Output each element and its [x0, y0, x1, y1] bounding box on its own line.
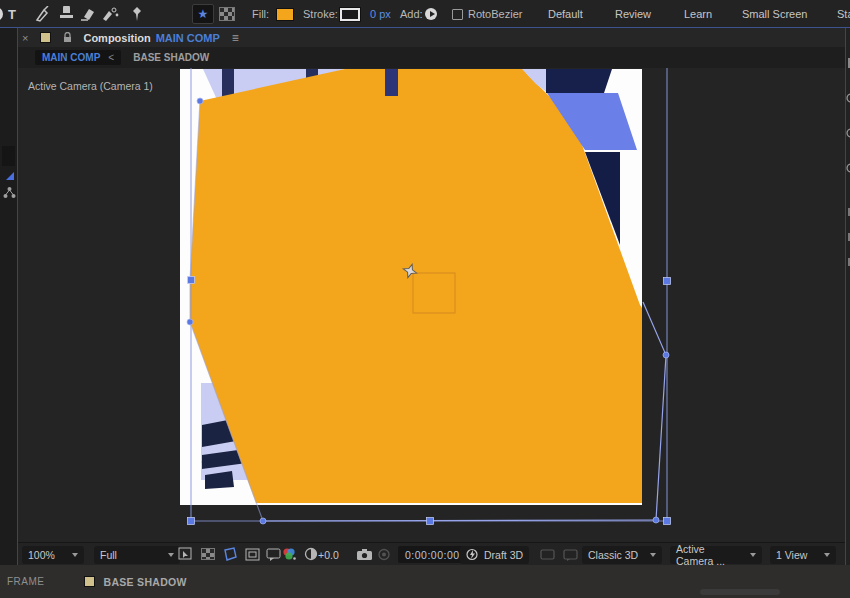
mask-outline-icon: [222, 547, 238, 561]
add-play-icon: [425, 8, 437, 20]
tool-creates-mask-toggle[interactable]: [219, 0, 235, 28]
chevron-down-icon: [168, 553, 174, 557]
region-of-interest-button[interactable]: [243, 545, 261, 563]
layer-name[interactable]: BASE SHADOW: [104, 576, 187, 588]
eraser-icon: [80, 7, 96, 21]
viewport-scene: [18, 68, 845, 542]
handle-bottom-right[interactable]: [664, 518, 671, 525]
type-tool-button[interactable]: T: [8, 0, 16, 28]
chevron-down-icon: [750, 553, 756, 557]
add-menu-button[interactable]: [425, 0, 437, 28]
timeline-scrollbar[interactable]: [700, 589, 780, 595]
vertex-dot[interactable]: [653, 517, 659, 523]
partial-tool-icon[interactable]: [0, 0, 8, 28]
vertex-dot[interactable]: [187, 319, 193, 325]
transparency-checker-icon: [201, 548, 215, 560]
handle-bottom-left[interactable]: [188, 518, 195, 525]
rotobezier-checkbox[interactable]: [452, 0, 463, 28]
breadcrumb-chevron: <: [108, 52, 114, 63]
vertex-dot[interactable]: [663, 352, 669, 358]
fg-navy-top: [546, 69, 612, 93]
timeline-header-bar: FRAME BASE SHADOW: [0, 565, 850, 598]
panel-title: Composition: [83, 32, 150, 44]
tool-creates-shape-toggle[interactable]: ★: [192, 0, 214, 28]
preview-time-field[interactable]: 0:00:00:00: [398, 545, 467, 564]
camera-icon: [356, 548, 373, 561]
viewer-options-toolbar: 100% Full: [18, 542, 845, 565]
transparency-grid-button[interactable]: [199, 545, 217, 563]
breadcrumb-child-comp[interactable]: BASE SHADOW: [133, 52, 209, 63]
fg-window-stripe: [385, 69, 398, 96]
eraser-tool-button[interactable]: [79, 0, 97, 28]
exposure-value[interactable]: +0.0: [318, 545, 339, 564]
stroke-width-value[interactable]: 0 px: [370, 8, 391, 20]
workspace-standard-partial[interactable]: Sta: [837, 0, 850, 28]
ground-plane-button[interactable]: [538, 545, 556, 563]
stroke-label: Stroke:: [303, 8, 338, 20]
handle-left-mid[interactable]: [188, 277, 195, 284]
workspace-review[interactable]: Review: [615, 0, 651, 28]
view-count-dropdown[interactable]: 1 View: [770, 545, 836, 564]
mask-visibility-button[interactable]: [221, 545, 239, 563]
right-panel-strip: [845, 28, 850, 565]
right-strip-glyphs: [846, 28, 850, 565]
star-icon: ★: [198, 7, 209, 21]
grid-guides-icon: [178, 547, 193, 561]
workspace-small-screen[interactable]: Small Screen: [742, 0, 807, 28]
magnification-dropdown[interactable]: 100%: [22, 545, 84, 564]
show-channel-button[interactable]: [280, 545, 298, 563]
mask-checker-icon: [219, 7, 235, 21]
tools-toolbar: T ★ Fill: Stroke: 0 px Add: RotoBe: [0, 0, 850, 28]
after-effects-window: T ★ Fill: Stroke: 0 px Add: RotoBe: [0, 0, 850, 598]
puppet-pin-tool-button[interactable]: [128, 0, 146, 28]
handle-right-mid[interactable]: [664, 278, 671, 285]
panel-menu-icon[interactable]: ≡: [232, 31, 239, 45]
panel-group-swatch: [40, 32, 51, 43]
vertex-dot[interactable]: [197, 98, 203, 104]
left-strip-slot: [2, 146, 15, 166]
take-snapshot-button[interactable]: [355, 545, 373, 563]
flowchart-icon[interactable]: [3, 186, 16, 199]
exposure-icon: [304, 547, 318, 561]
stroke-color-swatch[interactable]: [340, 0, 360, 28]
renderer-dropdown[interactable]: Classic 3D: [582, 545, 662, 564]
close-panel-icon[interactable]: ×: [22, 32, 28, 44]
frame-label: FRAME: [7, 576, 45, 587]
brush-icon: [35, 6, 50, 22]
view-layout-camera-dropdown[interactable]: Active Camera ...: [670, 545, 762, 564]
ground-plane-icon: [540, 548, 555, 561]
show-snapshot-button[interactable]: [375, 545, 393, 563]
chevron-down-icon: [72, 553, 78, 557]
chevron-down-icon: [824, 553, 830, 557]
rotobrush-tool-button[interactable]: [101, 0, 119, 28]
composition-viewport[interactable]: Active Camera (Camera 1): [18, 68, 845, 542]
viewer-lock-icon[interactable]: [63, 32, 72, 43]
snapshot-ghost-icon: [377, 548, 391, 561]
composition-panel-header: × Composition MAIN COMP ≡: [18, 28, 845, 47]
stamp-tool-button[interactable]: [57, 0, 75, 28]
rotobrush-icon: [101, 6, 119, 22]
grid-guides-button[interactable]: [176, 545, 194, 563]
panel-corner-icon[interactable]: [6, 172, 14, 180]
fill-color-swatch[interactable]: [276, 0, 294, 28]
draft-3d-icon: [466, 548, 479, 561]
type-tool-icon: T: [8, 7, 16, 22]
left-panel-strip: [0, 28, 18, 565]
rotobezier-label: RotoBezier: [468, 8, 522, 20]
puppet-pin-icon: [130, 6, 144, 23]
handle-bottom-mid[interactable]: [427, 518, 434, 525]
layer-label-swatch[interactable]: [84, 576, 95, 587]
extended-viewer-icon: [563, 548, 578, 561]
fill-label: Fill:: [252, 8, 269, 20]
workspace-learn[interactable]: Learn: [684, 0, 712, 28]
add-label: Add:: [400, 8, 423, 20]
workspace-default[interactable]: Default: [548, 0, 583, 28]
brush-tool-button[interactable]: [33, 0, 51, 28]
vertex-dot[interactable]: [260, 518, 266, 524]
panel-comp-name: MAIN COMP: [156, 32, 220, 44]
chevron-down-icon: [650, 553, 656, 557]
extended-viewer-button[interactable]: [561, 545, 579, 563]
breadcrumb-current-tab[interactable]: MAIN COMP <: [35, 50, 121, 65]
draft-3d-toggle[interactable]: Draft 3D: [460, 545, 529, 564]
resolution-dropdown[interactable]: Full: [94, 545, 180, 564]
